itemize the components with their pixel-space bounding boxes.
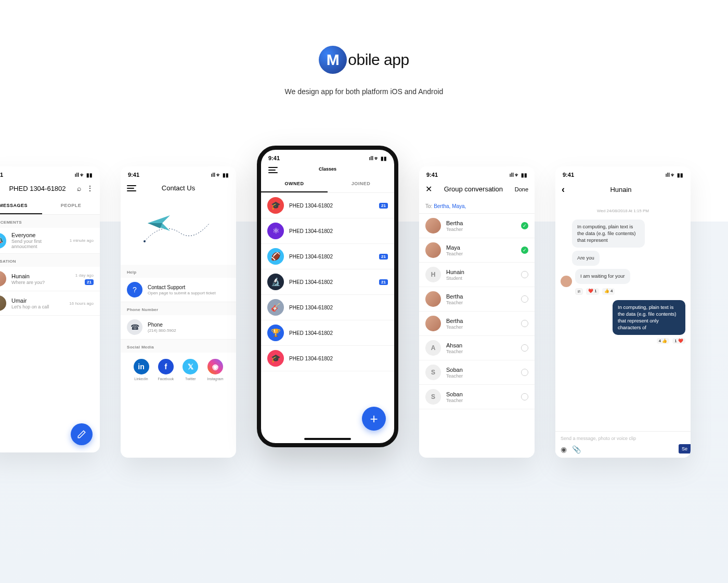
class-row[interactable]: 🏆PHED 1304-61802 [261, 320, 394, 346]
camera-icon[interactable]: ◉ [561, 445, 567, 454]
person-row[interactable]: MayaTeacher✓ [419, 238, 535, 263]
tab-people[interactable]: PEOPLE [42, 198, 100, 214]
avatar [561, 276, 572, 287]
compose-fab[interactable] [71, 423, 93, 445]
person-name: Hunain [446, 269, 516, 275]
topbar: PHED 1304-61802 ⌕ ⋮ [0, 181, 100, 198]
radio[interactable] [521, 271, 528, 278]
screen-group-conversation: 9:41 ıll ᯤ ▮▮ ✕ Group conversation Done … [419, 166, 535, 458]
radio[interactable] [521, 393, 528, 400]
count-badge: 21 [379, 254, 388, 260]
class-row[interactable]: 🔬PHED 1304-6180221 [261, 269, 394, 295]
section-conversation: VERSATION [0, 254, 100, 267]
section-help: Help [121, 265, 236, 278]
row-title: Phone [148, 322, 230, 328]
person-name: Maya [446, 244, 516, 251]
menu-icon[interactable] [268, 167, 278, 173]
reactions[interactable]: ⎚ ❤️ 1👍 4 [575, 288, 685, 295]
message-bubble[interactable]: In computing, plain text is the data (e.… [572, 219, 645, 248]
person-name: Soban [446, 391, 516, 397]
person-role: Student [446, 276, 516, 281]
conversation-row[interactable]: Hunain Where are you? 1 day ago 21 [0, 267, 100, 291]
person-row[interactable]: SSobanTeacher [419, 385, 535, 409]
avatar [425, 316, 441, 331]
status-time: 9:41 [268, 155, 280, 161]
attachment-icon[interactable]: 📎 [572, 445, 581, 454]
done-button[interactable]: Done [515, 186, 528, 192]
person-name: Soban [446, 367, 516, 373]
logo-circle: M [319, 46, 347, 74]
class-row[interactable]: 🎸PHED 1304-61802 [261, 295, 394, 320]
avatar [425, 291, 441, 307]
message-bubble[interactable]: Are you [572, 251, 600, 266]
tab-joined[interactable]: JOINED [328, 176, 394, 192]
home-indicator [304, 438, 351, 440]
avatar [425, 218, 441, 234]
megaphone-icon: 📣 [0, 233, 6, 249]
section-announcements: OUNCEMENTS [0, 215, 100, 228]
person-name: Ahsan [446, 342, 516, 348]
page-title: Classes [278, 164, 378, 176]
phone-icon: ☎ [127, 319, 142, 335]
announcement-row[interactable]: 📣 Everyone Send your first annoucment 1 … [0, 228, 100, 254]
tab-owned[interactable]: OWNED [261, 176, 328, 192]
reactions[interactable]: 4 👍1 ❤️ [561, 338, 685, 344]
unread-badge: 21 [85, 279, 94, 285]
row-title: Umair [11, 297, 64, 304]
tabs: MESSAGES PEOPLE [0, 198, 100, 215]
class-name: PHED 1304-61802 [289, 254, 374, 260]
send-button[interactable]: Se [679, 444, 691, 454]
logo-text: obile app [348, 51, 409, 69]
row-subtitle: Where are you? [11, 280, 70, 285]
message-input[interactable]: Send a message, photo or voice clip [561, 436, 685, 441]
class-row[interactable]: 🎓PHED 1304-61802 [261, 346, 394, 371]
radio[interactable] [521, 369, 528, 376]
message-bubble[interactable]: I am waiting for your [575, 269, 630, 284]
person-row[interactable]: HHunainStudent [419, 263, 535, 287]
class-icon: 🎸 [267, 299, 284, 316]
avatar [425, 242, 441, 258]
avatar [0, 271, 6, 287]
class-list: 🎓PHED 1304-6180221⚛PHED 1304-61802🏈PHED … [261, 193, 394, 371]
person-role: Teacher [446, 373, 516, 379]
phone-row[interactable]: ☎ Phone (214) 860-5902 [121, 315, 236, 340]
person-row[interactable]: BerthaTeacher [419, 312, 535, 336]
class-name: PHED 1304-61802 [289, 356, 388, 361]
radio[interactable] [521, 344, 528, 352]
avatar: S [425, 389, 441, 405]
section-phone: Phone Number [121, 302, 236, 315]
social-linkedin[interactable]: inLinkedIn [134, 359, 149, 381]
person-role: Teacher [446, 349, 516, 354]
menu-icon[interactable] [127, 185, 136, 191]
tab-messages[interactable]: MESSAGES [0, 198, 42, 214]
count-badge: 21 [379, 203, 388, 209]
class-row[interactable]: 🎓PHED 1304-6180221 [261, 193, 394, 218]
social-facebook[interactable]: fFacebook [158, 359, 174, 381]
person-role: Teacher [446, 227, 516, 232]
search-icon[interactable]: ⌕ [77, 184, 81, 192]
contact-support-row[interactable]: ? Contact Support Open page to submit a … [121, 278, 236, 302]
person-row[interactable]: BerthaTeacher [419, 287, 535, 312]
social-twitter[interactable]: 𝕏Twitter [183, 359, 198, 381]
person-row[interactable]: SSobanTeacher [419, 360, 535, 385]
to-field[interactable]: To: Bertha, Maya, [419, 199, 535, 214]
page-title: PHED 1304-61802 [0, 185, 77, 192]
add-class-fab[interactable]: + [362, 407, 386, 431]
more-icon[interactable]: ⋮ [86, 184, 94, 192]
section-social: Social Media [121, 340, 236, 353]
social-instagram[interactable]: ◉Instagram [207, 359, 223, 381]
class-row[interactable]: ⚛PHED 1304-61802 [261, 218, 394, 244]
person-row[interactable]: BerthaTeacher✓ [419, 214, 535, 238]
social-row: inLinkedInfFacebook𝕏Twitter◉Instagram [121, 353, 236, 387]
message-bubble[interactable]: In computing, plain text is the data (e.… [613, 300, 685, 335]
class-icon: 🔬 [267, 274, 284, 290]
class-row[interactable]: 🏈PHED 1304-6180221 [261, 244, 394, 269]
page-title: Hunain [565, 186, 677, 193]
topbar: ‹ Hunain [555, 181, 691, 200]
check-icon: ✓ [521, 222, 528, 229]
person-row[interactable]: AAhsanTeacher [419, 336, 535, 360]
close-icon[interactable]: ✕ [425, 184, 432, 194]
radio[interactable] [521, 320, 528, 327]
radio[interactable] [521, 295, 528, 303]
conversation-row[interactable]: Umair Let's hop on a call 16 hours ago [0, 291, 100, 316]
